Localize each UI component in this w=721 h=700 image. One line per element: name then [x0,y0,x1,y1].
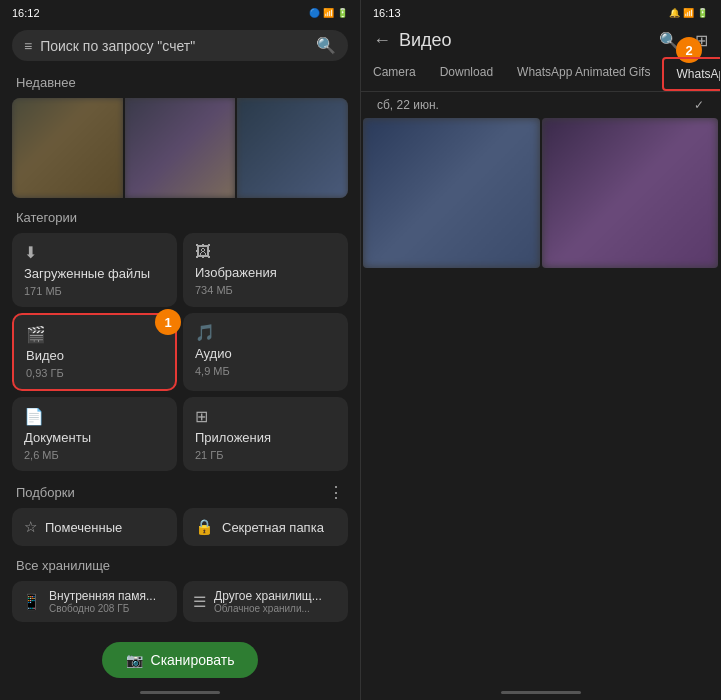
collection-favorites-label: Помеченные [45,520,122,535]
home-bar-left [140,691,220,694]
check-icon: ✓ [694,98,704,112]
recent-thumb-2[interactable] [125,98,236,198]
category-downloaded-size: 171 МБ [24,285,165,297]
internal-storage-free: Свободно 208 ГБ [49,603,156,614]
phone-left: 16:12 🔵 📶 🔋 ≡ Поиск по запросу "счет" 🔍 … [0,0,360,700]
status-bar-left: 16:12 🔵 📶 🔋 [0,0,360,24]
lock-icon: 🔒 [195,518,214,536]
video-icon: 🎬 [26,325,163,344]
status-bar-right: 16:13 🔔 📶 🔋 [361,0,720,24]
collection-secret[interactable]: 🔒 Секретная папка [183,508,348,546]
scan-button-label: Сканировать [151,652,235,668]
category-audio[interactable]: 🎵 Аудио 4,9 МБ [183,313,348,391]
collections-row: ☆ Помеченные 🔒 Секретная папка [12,508,348,546]
tab-whatsapp-gifs[interactable]: WhatsApp Animated Gifs [505,57,662,91]
page-title: Видео [399,30,651,51]
top-actions: 🔍 ⊞ 2 [659,31,708,50]
home-indicator-left [0,684,360,700]
signal-icon: 📶 [323,8,334,18]
category-audio-name: Аудио [195,346,336,361]
step-badge-1: 1 [155,309,181,335]
phone-right: 16:13 🔔 📶 🔋 ← Видео 🔍 ⊞ 2 Camera Downloa… [360,0,720,700]
apps-icon: ⊞ [195,407,336,426]
home-indicator-right [361,684,720,700]
scan-icon: 📷 [126,652,143,668]
category-images-size: 734 МБ [195,284,336,296]
category-docs[interactable]: 📄 Документы 2,6 МБ [12,397,177,471]
category-apps[interactable]: ⊞ Приложения 21 ГБ [183,397,348,471]
tabs-row: Camera Download WhatsApp Animated Gifs W… [361,57,720,92]
category-audio-size: 4,9 МБ [195,365,336,377]
category-docs-name: Документы [24,430,165,445]
storage-grid: 📱 Внутренняя памя... Свободно 208 ГБ ☰ Д… [12,581,348,622]
category-downloaded[interactable]: ⬇ Загруженные файлы 171 МБ [12,233,177,307]
categories-grid: ⬇ Загруженные файлы 171 МБ 🖼 Изображения… [12,233,348,471]
tab-download[interactable]: Download [428,57,505,91]
video-thumb-1[interactable] [363,118,540,268]
menu-icon: ≡ [24,38,32,54]
recent-grid [12,98,348,198]
storage-internal[interactable]: 📱 Внутренняя памя... Свободно 208 ГБ [12,581,177,622]
other-storage-sub: Облачное хранили... [214,603,322,614]
search-icon: 🔍 [316,36,336,55]
video-grid [363,118,718,268]
date-separator: сб, 22 июн. ✓ [361,92,720,118]
category-apps-size: 21 ГБ [195,449,336,461]
bluetooth-icon: 🔵 [309,8,320,18]
home-bar-right [501,691,581,694]
search-query-text: Поиск по запросу "счет" [40,38,308,54]
scan-button[interactable]: 📷 Сканировать [102,642,259,678]
date-label: сб, 22 июн. [377,98,439,112]
category-images-name: Изображения [195,265,336,280]
status-icons-right: 🔔 📶 🔋 [669,8,708,18]
grid-action-icon[interactable]: ⊞ 2 [695,31,708,50]
search-bar[interactable]: ≡ Поиск по запросу "счет" 🔍 [12,30,348,61]
categories-section-title: Категории [0,202,360,229]
time-right: 16:13 [373,7,401,19]
collections-title: Подборки [16,485,75,500]
collections-header: Подборки ⋮ [0,475,360,504]
category-video-name: Видео [26,348,163,363]
signal-icon-right: 📶 [683,8,694,18]
top-bar: ← Видео 🔍 ⊞ 2 [361,24,720,57]
video-thumb-2[interactable] [542,118,719,268]
recent-thumb-3[interactable] [237,98,348,198]
collection-favorites[interactable]: ☆ Помеченные [12,508,177,546]
battery-icon-right: 🔋 [697,8,708,18]
storage-other[interactable]: ☰ Другое хранилищ... Облачное хранили... [183,581,348,622]
other-storage-name: Другое хранилищ... [214,589,322,603]
download-icon: ⬇ [24,243,165,262]
category-docs-size: 2,6 МБ [24,449,165,461]
tab-whatsapp-video[interactable]: WhatsApp Video [662,57,720,91]
images-icon: 🖼 [195,243,336,261]
status-icons-left: 🔵 📶 🔋 [309,8,348,18]
category-video-size: 0,93 ГБ [26,367,163,379]
time-left: 16:12 [12,7,40,19]
category-images[interactable]: 🖼 Изображения 734 МБ [183,233,348,307]
recent-thumb-1[interactable] [12,98,123,198]
collections-more-icon[interactable]: ⋮ [328,483,344,502]
category-downloaded-name: Загруженные файлы [24,266,165,281]
other-storage-icon: ☰ [193,593,206,611]
star-icon: ☆ [24,518,37,536]
alarm-icon: 🔔 [669,8,680,18]
docs-icon: 📄 [24,407,165,426]
tab-camera[interactable]: Camera [361,57,428,91]
recent-section-title: Недавнее [0,67,360,94]
battery-icon: 🔋 [337,8,348,18]
back-button[interactable]: ← [373,30,391,51]
category-apps-name: Приложения [195,430,336,445]
storage-section-title: Все хранилище [0,550,360,577]
internal-storage-icon: 📱 [22,593,41,611]
internal-storage-name: Внутренняя памя... [49,589,156,603]
collection-secret-label: Секретная папка [222,520,324,535]
category-video[interactable]: 🎬 Видео 0,93 ГБ 1 [12,313,177,391]
audio-icon: 🎵 [195,323,336,342]
